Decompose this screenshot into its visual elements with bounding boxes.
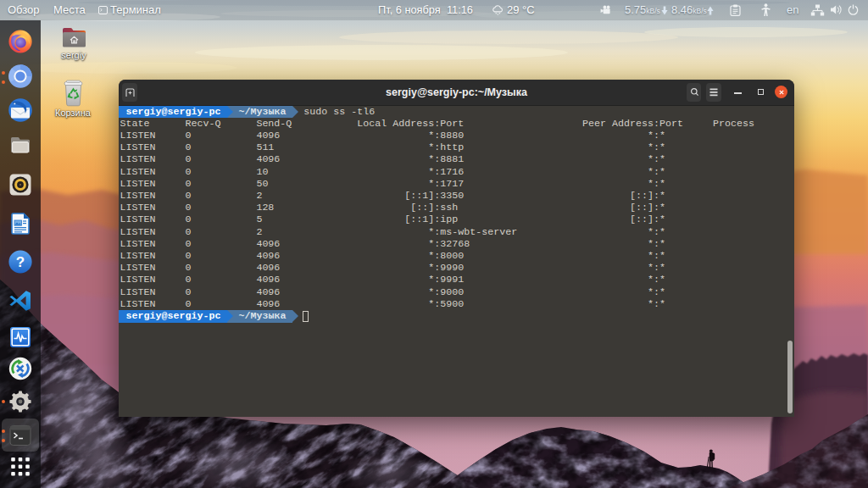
svg-text:?: ? (16, 254, 25, 270)
